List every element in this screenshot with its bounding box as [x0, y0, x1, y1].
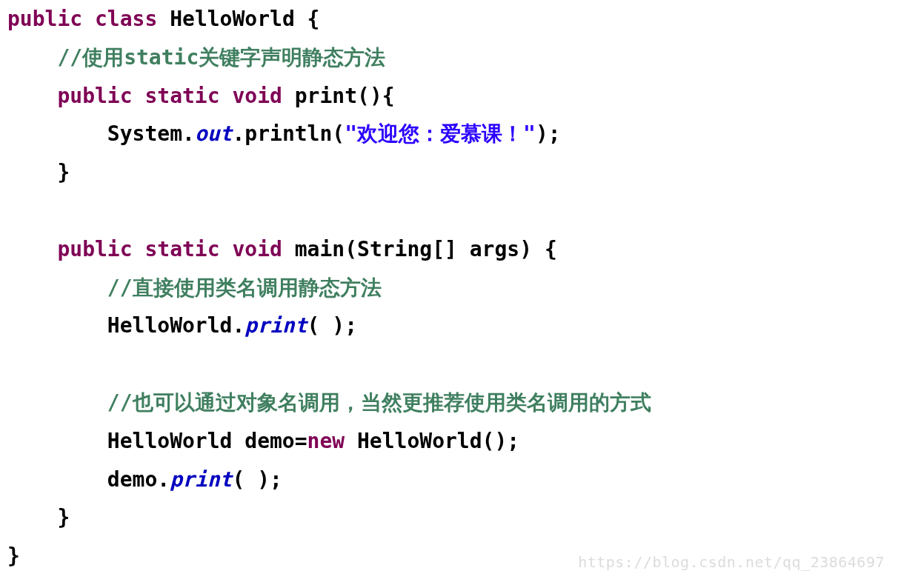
println-call: .println(: [232, 121, 345, 146]
string-literal: "欢迎您：爱慕课！": [345, 121, 536, 146]
call-args: ( );: [232, 467, 282, 492]
comment-line: //直接使用类名调用静态方法: [107, 275, 382, 300]
keyword-class: class: [95, 7, 157, 31]
stmt-end: );: [536, 121, 561, 146]
comment-line: //也可以通过对象名调用，当然更推荐使用类名调用的方式: [107, 390, 651, 415]
call-args: ( );: [307, 313, 357, 338]
keyword-new: new: [307, 429, 345, 453]
keyword-public: public: [7, 7, 82, 31]
static-call-print: print: [245, 313, 307, 338]
watermark-text: https://blog.csdn.net/qq_23864697: [578, 549, 885, 576]
static-call-print: print: [170, 467, 232, 492]
code-block: public class HelloWorld { //使用static关键字声…: [0, 0, 898, 575]
out-field: out: [195, 121, 233, 146]
keyword-modifiers: public static void: [57, 237, 282, 261]
brace-close: }: [7, 544, 20, 568]
method-main: main(String[] args) {: [295, 237, 557, 261]
brace-close: }: [57, 505, 70, 529]
call-prefix: demo.: [107, 467, 170, 492]
class-name: HelloWorld {: [170, 7, 319, 31]
decl-prefix: HelloWorld demo=: [107, 429, 307, 453]
ctor-call: HelloWorld();: [345, 429, 519, 453]
comment-line: //使用static关键字声明静态方法: [57, 45, 385, 70]
method-print: print(){: [295, 84, 395, 108]
keyword-modifiers: public static void: [57, 84, 282, 108]
brace-close: }: [57, 160, 70, 184]
call-prefix: HelloWorld.: [107, 313, 245, 338]
system-class: System.: [107, 121, 195, 146]
